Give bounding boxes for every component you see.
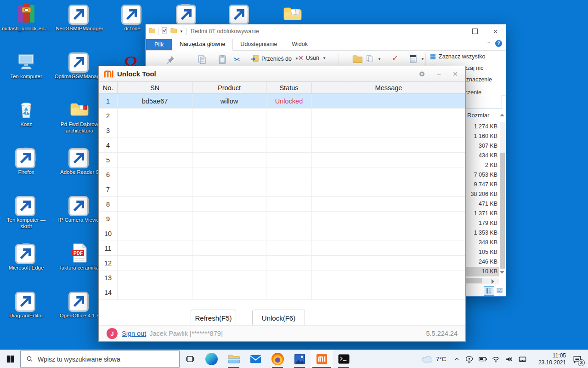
file-size-cell[interactable]: 307 KB xyxy=(466,141,499,151)
file-size-cell[interactable]: 348 KB xyxy=(466,238,499,247)
thumbnail-view-button[interactable] xyxy=(495,286,504,295)
desktop-icon-firefox[interactable]: Firefox xyxy=(0,147,52,175)
desktop-icon-folder-files[interactable] xyxy=(267,4,318,24)
camera-tray-icon[interactable] xyxy=(463,350,476,368)
file-size-cell[interactable]: 38 206 KB xyxy=(466,190,499,199)
select-all-button[interactable]: Zaznacz wszystko xyxy=(430,53,485,60)
tab-narzędzia-główne[interactable]: Narzędzia główne xyxy=(172,39,233,51)
file-size-cell[interactable]: 2 KB xyxy=(466,161,499,170)
start-button[interactable] xyxy=(0,350,20,368)
refresh-button[interactable]: Refresh(F5) xyxy=(191,310,236,326)
column-header-message[interactable]: Message xyxy=(311,82,465,93)
file-size-cell[interactable]: 434 KB xyxy=(466,151,499,161)
explorer-search-input[interactable] xyxy=(466,95,502,109)
task-view-button[interactable] xyxy=(180,350,200,368)
folder-icon[interactable] xyxy=(149,27,155,35)
new-folder-button[interactable] xyxy=(352,54,362,63)
desktop-icon-optimagsmmanager[interactable]: OptimaGSMManager xyxy=(54,52,105,80)
settings-gear-icon[interactable]: ⚙ xyxy=(419,70,425,78)
desktop-icon-faktura-ceramika[interactable]: PDFfaktura ceramika xyxy=(54,243,105,271)
file-size-cell[interactable]: 1 371 KB xyxy=(466,209,499,218)
paste-button[interactable] xyxy=(217,54,227,64)
qat-dropdown-icon[interactable]: ▼ xyxy=(180,29,183,34)
desktop-icon-openoffice-4-1-8[interactable]: OpenOffice 4.1.8 xyxy=(54,291,105,319)
desktop-icon-diagrameditor[interactable]: DiagramEditor xyxy=(0,291,52,319)
touchpad-icon[interactable] xyxy=(516,350,529,368)
scroll-up-arrow[interactable] xyxy=(500,114,504,116)
sign-out-link[interactable]: Sign out xyxy=(122,330,146,337)
size-column-header[interactable]: Rozmiar xyxy=(467,112,489,119)
file-size-cell[interactable]: 246 KB xyxy=(466,257,499,267)
device-table-row[interactable]: 5 xyxy=(99,153,465,167)
device-table-row[interactable]: 13 xyxy=(99,270,465,285)
tab-widok[interactable]: Widok xyxy=(284,39,315,50)
device-table-row[interactable]: 11 xyxy=(99,241,465,256)
maximize-button[interactable] xyxy=(464,24,485,38)
copy-button[interactable] xyxy=(197,54,207,64)
device-table-row[interactable]: 1bd5ae67willowUnlocked xyxy=(99,94,465,109)
help-icon[interactable]: ? xyxy=(495,40,502,47)
temperature-label[interactable]: 7°C xyxy=(436,356,446,362)
desktop-icon-miflash-unlock-en[interactable]: miflash_unlock-en-... xyxy=(0,4,52,32)
device-table-row[interactable]: 8 xyxy=(99,197,465,212)
column-header-status[interactable]: Status xyxy=(266,82,311,93)
taskbar-app-edge[interactable] xyxy=(200,350,222,368)
device-table-row[interactable]: 6 xyxy=(99,167,465,182)
device-table-row[interactable]: 12 xyxy=(99,256,465,270)
minimize-button[interactable]: – xyxy=(444,24,464,38)
desktop-icon-ip-camera-viewer[interactable]: IP Camera Viewer xyxy=(54,195,105,223)
notification-center-button[interactable]: 3 xyxy=(568,350,586,368)
desktop-icon-adobe-reader-9[interactable]: Adobe Reader 9 xyxy=(54,147,105,175)
taskbar-app-photos[interactable] xyxy=(288,350,311,368)
tab-plik[interactable]: Plik xyxy=(146,39,172,50)
delete-button[interactable]: ✕ Usuń▼ xyxy=(298,54,326,62)
device-table-row[interactable]: 4 xyxy=(99,138,465,153)
taskbar-app-terminal[interactable] xyxy=(333,350,355,368)
file-size-cell[interactable]: 105 KB xyxy=(466,247,499,257)
properties-button[interactable]: ▼ xyxy=(409,54,424,63)
easy-access-button[interactable]: ▼ xyxy=(365,54,381,63)
file-size-cell[interactable]: 1 353 KB xyxy=(466,228,499,238)
volume-icon[interactable] xyxy=(503,350,516,368)
pin-quick-access-button[interactable] xyxy=(166,55,175,64)
scroll-down-arrow[interactable] xyxy=(500,271,504,274)
file-size-cell[interactable]: 10 KB xyxy=(465,267,499,276)
battery-icon[interactable] xyxy=(476,350,489,368)
new-folder-icon[interactable] xyxy=(170,27,177,35)
open-check-icon[interactable]: ✓ xyxy=(392,53,398,63)
device-table-row[interactable]: 3 xyxy=(99,123,465,138)
desktop-icon-ten-komputer-skr-t[interactable]: Ten komputer — skrót xyxy=(0,195,52,230)
vertical-scrollbar[interactable] xyxy=(500,122,505,269)
desktop-icon-doc-file[interactable] xyxy=(161,4,213,24)
scroll-right-arrow[interactable] xyxy=(492,279,494,284)
file-size-cell[interactable]: 1 160 KB xyxy=(466,132,499,141)
file-size-cell[interactable]: 179 KB xyxy=(466,218,499,228)
file-size-cell[interactable]: 7 053 KB xyxy=(466,170,499,180)
unlock-button[interactable]: Unlock(F6) xyxy=(252,310,305,326)
move-to-button[interactable]: Przenieś do▼ xyxy=(250,54,299,63)
device-table-row[interactable]: 2 xyxy=(99,109,465,123)
column-header-sn[interactable]: SN xyxy=(117,82,192,93)
collapse-ribbon-icon[interactable]: ⌃ xyxy=(487,41,491,46)
desktop-icon-folder-cube[interactable] xyxy=(214,4,266,24)
file-size-cell[interactable]: 471 KB xyxy=(466,199,499,209)
tray-overflow-chevron-icon[interactable] xyxy=(451,350,463,368)
desktop-icon-kosz[interactable]: Kosz xyxy=(0,99,52,127)
clock[interactable]: 11:05 23.10.2021 xyxy=(529,352,568,366)
wifi-icon[interactable] xyxy=(489,350,503,368)
column-header-no[interactable]: No. xyxy=(99,82,117,93)
device-table-row[interactable]: 14 xyxy=(99,285,465,300)
taskbar-app-mail[interactable] xyxy=(244,350,266,368)
device-table-row[interactable]: 9 xyxy=(99,212,465,226)
unlock-minimize-button[interactable]: – xyxy=(437,70,441,78)
column-header-product[interactable]: Product xyxy=(192,82,266,93)
desktop-icon-neogsmipmanager[interactable]: NeoGSMIPManager xyxy=(54,4,105,32)
file-size-cell[interactable]: 1 274 KB xyxy=(466,122,499,132)
weather-icon[interactable] xyxy=(420,350,435,368)
desktop-icon-ten-komputer[interactable]: Ten komputer xyxy=(0,52,52,80)
file-size-cell[interactable]: 9 747 KB xyxy=(466,180,499,190)
taskbar-app-firefox[interactable] xyxy=(266,350,288,368)
desktop-icon-pd-fwd-d-brow-architektura[interactable]: Pd Fwd Dąbrow architektura xyxy=(54,99,105,134)
taskbar-search-input[interactable]: Wpisz tu wyszukiwane słowa xyxy=(20,351,180,368)
properties-check-icon[interactable] xyxy=(161,27,168,35)
